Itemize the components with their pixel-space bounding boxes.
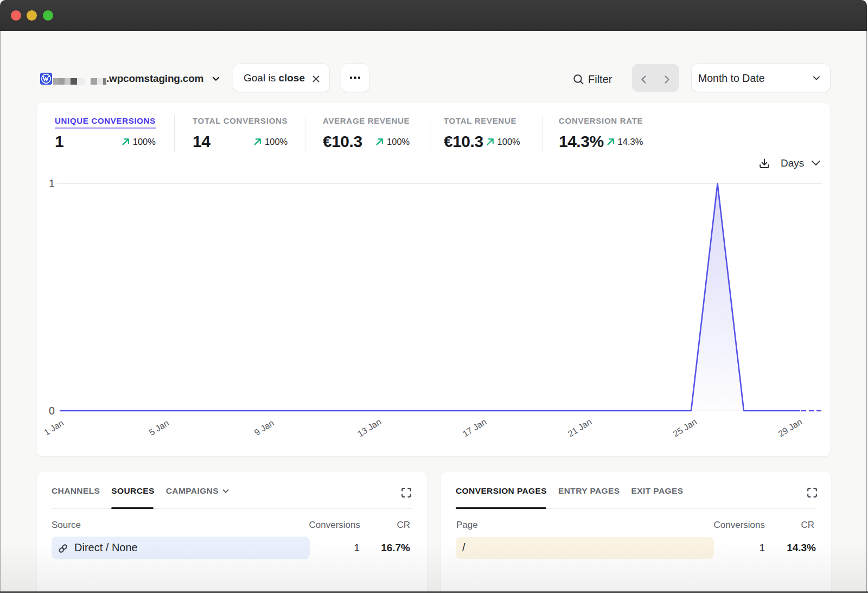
svg-text:13 Jan: 13 Jan [356,417,383,438]
svg-text:5 Jan: 5 Jan [148,418,170,437]
svg-text:0: 0 [49,405,55,417]
svg-text:25 Jan: 25 Jan [672,417,699,438]
svg-text:29 Jan: 29 Jan [777,417,804,438]
svg-text:17 Jan: 17 Jan [461,417,488,438]
svg-text:21 Jan: 21 Jan [566,417,593,438]
svg-text:9 Jan: 9 Jan [253,418,276,437]
svg-text:1: 1 [49,177,55,189]
svg-text:1 Jan: 1 Jan [42,418,65,437]
